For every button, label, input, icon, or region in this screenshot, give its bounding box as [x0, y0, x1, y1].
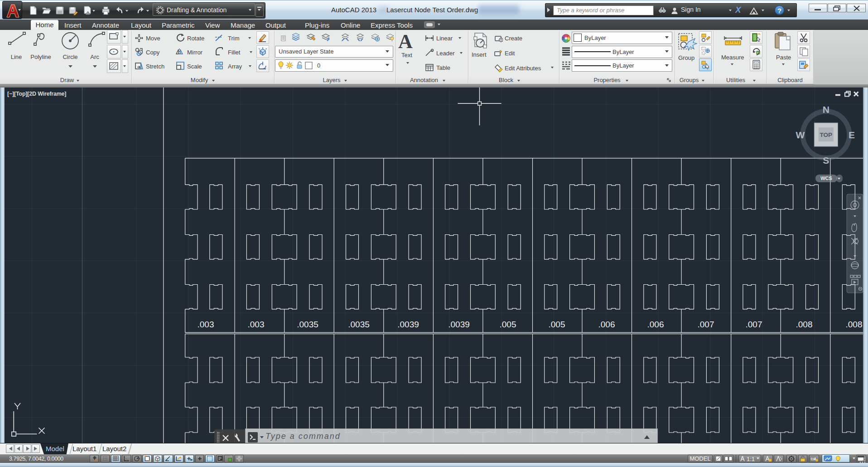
svg-text:Circle: Circle — [63, 54, 77, 60]
svg-text:.0039: .0039 — [397, 320, 419, 329]
svg-text:Arc: Arc — [90, 54, 99, 60]
svg-text:.008: .008 — [796, 320, 813, 329]
svg-text:.005: .005 — [549, 320, 565, 329]
svg-text:S: S — [823, 155, 829, 165]
svg-text:E: E — [849, 130, 855, 140]
svg-text:.008: .008 — [846, 320, 863, 329]
svg-text:W: W — [796, 130, 805, 140]
svg-text:Line: Line — [11, 54, 22, 60]
svg-text:.007: .007 — [698, 320, 714, 329]
svg-text:.006: .006 — [647, 320, 664, 329]
svg-text:Polyline: Polyline — [30, 54, 51, 60]
svg-text:.003: .003 — [248, 320, 265, 329]
svg-text:.0035: .0035 — [297, 320, 318, 329]
svg-text:.007: .007 — [746, 320, 762, 329]
svg-text:.0035: .0035 — [348, 320, 370, 329]
svg-text:.003: .003 — [198, 320, 214, 329]
svg-text:N: N — [823, 104, 829, 115]
svg-text:.005: .005 — [500, 320, 516, 329]
svg-text:.0039: .0039 — [448, 320, 470, 329]
svg-text:TOP: TOP — [820, 131, 833, 138]
svg-text:.006: .006 — [598, 320, 615, 329]
